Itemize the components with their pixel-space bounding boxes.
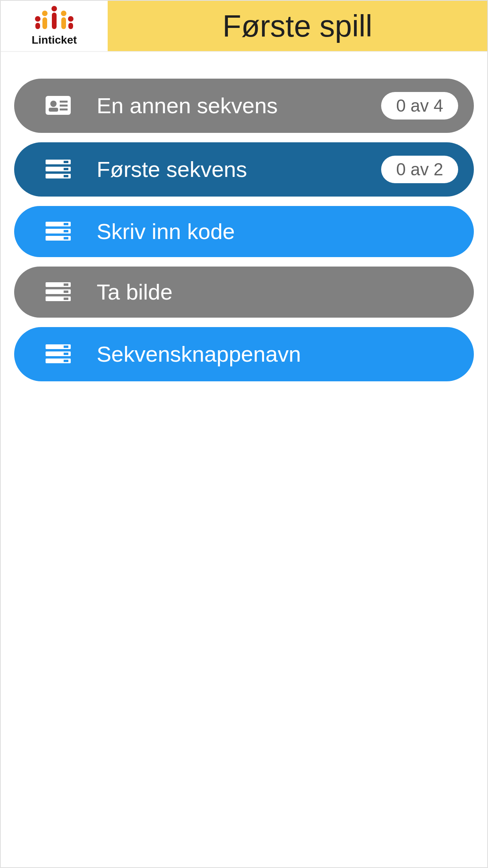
svg-rect-13 [60,101,68,103]
svg-rect-38 [64,353,68,355]
svg-rect-37 [64,346,68,348]
svg-rect-32 [64,291,68,293]
action-item-label: Sekvensknappenavn [97,340,458,368]
svg-rect-6 [42,17,47,29]
sequence-item-label: En annen sekvens [97,92,381,120]
action-item-label: Ta bilde [97,278,458,306]
svg-rect-26 [64,230,68,232]
svg-rect-25 [64,223,68,225]
svg-point-11 [50,101,57,107]
svg-rect-19 [64,161,68,163]
svg-point-0 [51,6,57,11]
app-header: Linticket Første spill [1,1,487,52]
svg-rect-9 [68,23,73,29]
brand-name: Linticket [31,34,77,46]
svg-point-1 [42,11,48,16]
svg-rect-33 [64,298,68,300]
server-icon [46,220,71,242]
sequence-item-label: Første sekvens [97,156,381,183]
svg-point-3 [35,16,40,22]
svg-rect-8 [35,23,40,29]
brand-logo[interactable]: Linticket [1,1,108,51]
action-item-ta-bilde[interactable]: Ta bilde [14,267,474,318]
svg-rect-14 [60,105,68,107]
svg-rect-15 [60,108,68,110]
progress-badge: 0 av 2 [381,156,458,183]
svg-rect-20 [64,168,68,170]
progress-badge: 0 av 4 [381,92,458,120]
svg-rect-27 [64,237,68,239]
server-icon [46,281,71,303]
svg-point-2 [61,11,66,16]
server-icon [46,158,71,180]
svg-rect-21 [64,175,68,177]
page-title-bar: Første spill [108,1,487,51]
action-item-label: Skriv inn kode [97,218,458,245]
svg-rect-7 [61,17,66,29]
svg-rect-5 [52,13,57,29]
id-card-icon [46,94,71,116]
server-icon [46,343,71,365]
sequence-item-forste-sekvens[interactable]: Første sekvens 0 av 2 [14,142,474,197]
svg-rect-12 [49,108,58,112]
action-item-skriv-inn-kode[interactable]: Skriv inn kode [14,206,474,257]
page-title: Første spill [222,8,372,44]
sequence-item-en-annen-sekvens[interactable]: En annen sekvens 0 av 4 [14,79,474,133]
svg-point-4 [68,16,73,22]
svg-rect-31 [64,283,68,286]
action-item-sekvensknappenavn[interactable]: Sekvensknappenavn [14,327,474,381]
sequence-list: En annen sekvens 0 av 4 Første sekvens 0… [1,52,487,381]
svg-rect-39 [64,360,68,362]
linticket-logo-icon [31,6,78,33]
